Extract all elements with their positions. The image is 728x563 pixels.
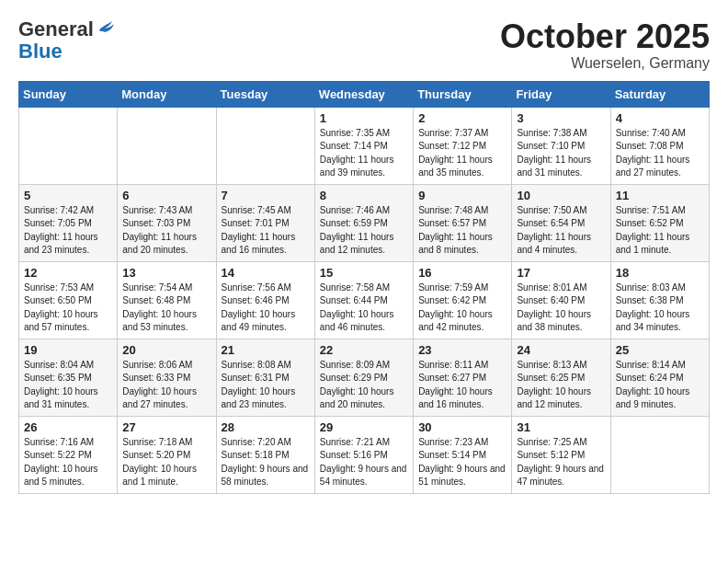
day-number: 10 [517, 189, 605, 202]
calendar-cell: 16Sunrise: 7:59 AM Sunset: 6:42 PM Dayli… [414, 261, 512, 339]
day-number: 9 [418, 189, 506, 202]
month-title: October 2025 [500, 18, 710, 55]
day-info: Sunrise: 8:09 AM Sunset: 6:29 PM Dayligh… [320, 359, 408, 412]
logo: General Blue [18, 18, 116, 63]
day-number: 31 [517, 420, 605, 434]
day-info: Sunrise: 8:06 AM Sunset: 6:33 PM Dayligh… [122, 359, 210, 412]
day-info: Sunrise: 8:13 AM Sunset: 6:25 PM Dayligh… [517, 359, 605, 412]
calendar-week-row: 12Sunrise: 7:53 AM Sunset: 6:50 PM Dayli… [19, 261, 710, 339]
day-header-friday: Friday [512, 81, 610, 107]
calendar-cell: 2Sunrise: 7:37 AM Sunset: 7:12 PM Daylig… [414, 107, 512, 184]
day-header-tuesday: Tuesday [216, 81, 314, 107]
calendar-cell: 10Sunrise: 7:50 AM Sunset: 6:54 PM Dayli… [512, 184, 610, 261]
day-info: Sunrise: 7:35 AM Sunset: 7:14 PM Dayligh… [320, 127, 408, 180]
logo-blue: Blue [18, 40, 63, 63]
day-info: Sunrise: 7:20 AM Sunset: 5:18 PM Dayligh… [222, 436, 310, 489]
day-number: 19 [24, 343, 112, 357]
calendar-cell: 31Sunrise: 7:25 AM Sunset: 5:12 PM Dayli… [512, 416, 610, 493]
day-number: 1 [320, 111, 408, 125]
day-number: 21 [222, 343, 310, 357]
day-number: 4 [616, 111, 704, 125]
day-info: Sunrise: 8:11 AM Sunset: 6:27 PM Dayligh… [418, 359, 506, 412]
calendar-cell: 15Sunrise: 7:58 AM Sunset: 6:44 PM Dayli… [314, 261, 413, 339]
day-number: 25 [616, 343, 704, 357]
calendar-cell: 27Sunrise: 7:18 AM Sunset: 5:20 PM Dayli… [118, 416, 216, 493]
day-number: 29 [320, 420, 408, 434]
day-number: 18 [616, 266, 704, 280]
day-number: 8 [320, 189, 408, 202]
day-info: Sunrise: 8:03 AM Sunset: 6:38 PM Dayligh… [616, 282, 704, 335]
day-info: Sunrise: 7:37 AM Sunset: 7:12 PM Dayligh… [418, 127, 506, 180]
calendar-cell: 12Sunrise: 7:53 AM Sunset: 6:50 PM Dayli… [19, 261, 118, 339]
calendar-cell: 6Sunrise: 7:43 AM Sunset: 7:03 PM Daylig… [118, 184, 216, 261]
calendar-cell: 1Sunrise: 7:35 AM Sunset: 7:14 PM Daylig… [314, 107, 413, 184]
day-info: Sunrise: 7:42 AM Sunset: 7:05 PM Dayligh… [24, 204, 112, 258]
calendar-cell: 7Sunrise: 7:45 AM Sunset: 7:01 PM Daylig… [216, 184, 314, 261]
day-info: Sunrise: 7:46 AM Sunset: 6:59 PM Dayligh… [320, 204, 408, 258]
calendar-header-row: SundayMondayTuesdayWednesdayThursdayFrid… [19, 81, 710, 107]
day-info: Sunrise: 7:59 AM Sunset: 6:42 PM Dayligh… [418, 282, 506, 335]
calendar-cell [19, 107, 118, 184]
calendar-cell: 5Sunrise: 7:42 AM Sunset: 7:05 PM Daylig… [19, 184, 118, 261]
day-number: 22 [320, 343, 408, 357]
calendar-cell: 21Sunrise: 8:08 AM Sunset: 6:31 PM Dayli… [216, 339, 314, 416]
day-number: 5 [24, 189, 112, 202]
calendar-cell: 8Sunrise: 7:46 AM Sunset: 6:59 PM Daylig… [314, 184, 413, 261]
day-info: Sunrise: 7:48 AM Sunset: 6:57 PM Dayligh… [418, 204, 506, 258]
day-info: Sunrise: 7:18 AM Sunset: 5:20 PM Dayligh… [122, 436, 210, 489]
day-info: Sunrise: 7:54 AM Sunset: 6:48 PM Dayligh… [122, 282, 210, 335]
calendar-cell [610, 416, 709, 493]
day-header-monday: Monday [118, 81, 216, 107]
day-header-sunday: Sunday [19, 81, 118, 107]
calendar-cell: 17Sunrise: 8:01 AM Sunset: 6:40 PM Dayli… [512, 261, 610, 339]
day-header-thursday: Thursday [414, 81, 512, 107]
calendar-week-row: 1Sunrise: 7:35 AM Sunset: 7:14 PM Daylig… [19, 107, 710, 184]
day-number: 28 [222, 420, 310, 434]
calendar-cell: 3Sunrise: 7:38 AM Sunset: 7:10 PM Daylig… [512, 107, 610, 184]
calendar-cell: 14Sunrise: 7:56 AM Sunset: 6:46 PM Dayli… [216, 261, 314, 339]
day-info: Sunrise: 7:21 AM Sunset: 5:16 PM Dayligh… [320, 436, 408, 489]
logo-general: General [18, 18, 94, 40]
calendar-cell [118, 107, 216, 184]
day-info: Sunrise: 7:45 AM Sunset: 7:01 PM Dayligh… [222, 204, 310, 258]
day-number: 24 [517, 343, 605, 357]
calendar-cell: 24Sunrise: 8:13 AM Sunset: 6:25 PM Dayli… [512, 339, 610, 416]
day-info: Sunrise: 7:58 AM Sunset: 6:44 PM Dayligh… [320, 282, 408, 335]
calendar-cell: 25Sunrise: 8:14 AM Sunset: 6:24 PM Dayli… [610, 339, 709, 416]
calendar-cell: 9Sunrise: 7:48 AM Sunset: 6:57 PM Daylig… [414, 184, 512, 261]
day-info: Sunrise: 8:08 AM Sunset: 6:31 PM Dayligh… [222, 359, 310, 412]
calendar-cell: 4Sunrise: 7:40 AM Sunset: 7:08 PM Daylig… [610, 107, 709, 184]
day-info: Sunrise: 8:04 AM Sunset: 6:35 PM Dayligh… [24, 359, 112, 412]
calendar-cell [216, 107, 314, 184]
day-info: Sunrise: 7:40 AM Sunset: 7:08 PM Dayligh… [616, 127, 704, 180]
calendar-cell: 23Sunrise: 8:11 AM Sunset: 6:27 PM Dayli… [414, 339, 512, 416]
day-number: 3 [517, 111, 605, 125]
day-number: 23 [418, 343, 506, 357]
day-info: Sunrise: 8:14 AM Sunset: 6:24 PM Dayligh… [616, 359, 704, 412]
day-info: Sunrise: 7:16 AM Sunset: 5:22 PM Dayligh… [24, 436, 112, 489]
day-info: Sunrise: 7:51 AM Sunset: 6:52 PM Dayligh… [616, 204, 704, 258]
calendar-table: SundayMondayTuesdayWednesdayThursdayFrid… [18, 81, 710, 494]
title-block: October 2025 Wuerselen, Germany [500, 18, 710, 72]
day-info: Sunrise: 7:25 AM Sunset: 5:12 PM Dayligh… [517, 436, 605, 489]
calendar-week-row: 5Sunrise: 7:42 AM Sunset: 7:05 PM Daylig… [19, 184, 710, 261]
calendar-cell: 20Sunrise: 8:06 AM Sunset: 6:33 PM Dayli… [118, 339, 216, 416]
calendar-cell: 26Sunrise: 7:16 AM Sunset: 5:22 PM Dayli… [19, 416, 118, 493]
calendar-cell: 29Sunrise: 7:21 AM Sunset: 5:16 PM Dayli… [314, 416, 413, 493]
day-number: 30 [418, 420, 506, 434]
day-header-saturday: Saturday [610, 81, 709, 107]
logo-bird-icon [96, 17, 116, 38]
day-number: 17 [517, 266, 605, 280]
calendar-cell: 30Sunrise: 7:23 AM Sunset: 5:14 PM Dayli… [414, 416, 512, 493]
day-number: 7 [222, 189, 310, 202]
day-number: 12 [24, 266, 112, 280]
calendar-cell: 18Sunrise: 8:03 AM Sunset: 6:38 PM Dayli… [610, 261, 709, 339]
day-number: 16 [418, 266, 506, 280]
calendar-cell: 19Sunrise: 8:04 AM Sunset: 6:35 PM Dayli… [19, 339, 118, 416]
day-info: Sunrise: 7:38 AM Sunset: 7:10 PM Dayligh… [517, 127, 605, 180]
day-number: 11 [616, 189, 704, 202]
day-number: 14 [222, 266, 310, 280]
day-number: 13 [122, 266, 210, 280]
calendar-cell: 28Sunrise: 7:20 AM Sunset: 5:18 PM Dayli… [216, 416, 314, 493]
day-number: 2 [418, 111, 506, 125]
